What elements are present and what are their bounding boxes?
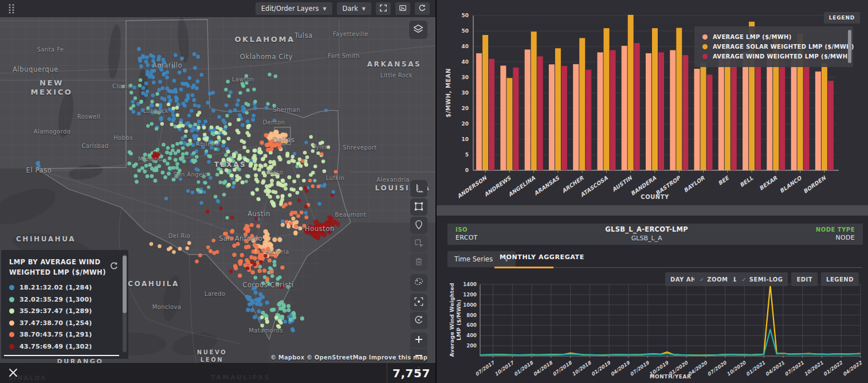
polygon-select-tool-button[interactable] bbox=[410, 198, 427, 216]
map-toolbar: Edit/Order Layers ▼ Dark ▼ bbox=[0, 0, 435, 17]
layers-panel-button[interactable] bbox=[409, 21, 427, 39]
iso-label: ISO bbox=[455, 226, 478, 234]
export-image-button[interactable] bbox=[395, 2, 410, 15]
svg-text:BORDEN: BORDEN bbox=[802, 174, 827, 194]
map-panel[interactable]: NEW MEXICOOKLAHOMAARKANSASTEXASLOUISIANA… bbox=[0, 0, 435, 383]
svg-text:0: 0 bbox=[465, 167, 469, 173]
map-footer: 7,757 bbox=[0, 363, 435, 383]
edit-order-layers-label: Edit/Order Layers bbox=[261, 5, 319, 13]
legend-series-label: AVERAGE SOLAR WEIGHTED LMP ($/MWH) bbox=[713, 44, 854, 50]
point-tool-button[interactable] bbox=[410, 217, 427, 234]
layers-icon bbox=[412, 23, 425, 37]
tab-monthly-aggregate[interactable]: MONTHLY AGGREGATE bbox=[500, 253, 584, 261]
node-type-block: NODE TYPE NODE bbox=[816, 226, 855, 242]
edit-order-layers-button[interactable]: Edit/Order Layers ▼ bbox=[256, 2, 332, 15]
refresh-button[interactable] bbox=[415, 2, 430, 15]
svg-text:20: 20 bbox=[461, 105, 469, 111]
legend-scrollbar-thumb[interactable] bbox=[123, 256, 127, 313]
edit-button[interactable]: EDIT bbox=[791, 272, 818, 286]
edit-polygon-tool-button[interactable] bbox=[410, 235, 427, 252]
refresh-icon bbox=[418, 4, 426, 14]
iso-block: ISO ERCOT bbox=[455, 226, 478, 242]
legend-color-dot bbox=[9, 297, 14, 302]
bar-legend-button[interactable]: LEGEND bbox=[824, 12, 860, 24]
zoom-toggle-label: ZOOM bbox=[707, 276, 728, 283]
lasso-tool-button[interactable] bbox=[410, 274, 427, 291]
close-button[interactable] bbox=[7, 367, 19, 380]
legend-divider bbox=[4, 355, 119, 356]
legend-bin-label: 35.29:37.47 (1,289) bbox=[19, 307, 92, 315]
map-attribution[interactable]: © Mapbox © OpenStreetMap Improve this ma… bbox=[270, 354, 427, 361]
drag-handle-icon[interactable] bbox=[7, 3, 16, 14]
svg-text:5: 5 bbox=[465, 152, 469, 158]
svg-text:ANDERSON: ANDERSON bbox=[456, 174, 488, 200]
svg-text:07/2018: 07/2018 bbox=[551, 359, 573, 377]
semilog-toggle-label: SEMI-LOG bbox=[749, 276, 783, 283]
map-legend-panel: LMP BY AVERAGE WIND WEIGHTED LMP ($/MWH)… bbox=[1, 250, 128, 359]
focus-icon bbox=[413, 296, 425, 309]
legend-series-label: AVERAGE LMP ($/MWH) bbox=[713, 34, 792, 40]
legend-color-dot bbox=[702, 54, 708, 59]
ruler-tool-button[interactable] bbox=[410, 180, 427, 197]
bar-legend-rows: AVERAGE LMP ($/MWH)AVERAGE SOLAR WEIGHTE… bbox=[702, 32, 844, 61]
svg-text:10/2020: 10/2020 bbox=[725, 359, 747, 377]
svg-text:20: 20 bbox=[461, 121, 469, 127]
svg-text:COUNTY: COUNTY bbox=[641, 194, 669, 200]
svg-text:1400: 1400 bbox=[463, 282, 477, 287]
svg-text:50: 50 bbox=[461, 28, 469, 34]
legend-scrollbar[interactable] bbox=[123, 255, 127, 352]
legend-bin-label: 37.47:38.70 (1,254) bbox=[19, 319, 92, 327]
svg-text:BAYLOR: BAYLOR bbox=[682, 174, 706, 193]
basemap-style-button[interactable]: Dark ▼ bbox=[337, 2, 371, 15]
map-legend-item: 35.29:37.47 (1,289) bbox=[9, 306, 116, 318]
reset-bearing-button[interactable] bbox=[410, 312, 427, 329]
svg-text:10/2017: 10/2017 bbox=[493, 359, 515, 377]
svg-text:30: 30 bbox=[461, 90, 469, 96]
plus-icon bbox=[414, 335, 423, 346]
edit-label: EDIT bbox=[796, 276, 812, 283]
trash-icon bbox=[414, 256, 424, 268]
node-subtitle: GLSB_L_A bbox=[605, 235, 688, 243]
delete-tool-button[interactable] bbox=[410, 253, 427, 271]
svg-text:04/2019: 04/2019 bbox=[610, 359, 631, 377]
svg-text:800: 800 bbox=[466, 312, 477, 318]
legend-refresh-button[interactable] bbox=[109, 261, 119, 272]
semilog-toggle-button[interactable]: ✓ SEMI-LOG bbox=[736, 272, 788, 286]
svg-text:50: 50 bbox=[461, 13, 469, 18]
legend-bin-label: 38.70:43.75 (1,291) bbox=[19, 331, 92, 338]
svg-text:BEE: BEE bbox=[717, 174, 730, 186]
zoom-toggle-button[interactable]: ✓ ZOOM bbox=[694, 272, 733, 286]
svg-text:07/2017: 07/2017 bbox=[474, 359, 496, 377]
svg-text:ANGELINA: ANGELINA bbox=[507, 174, 536, 198]
rotate-view-icon bbox=[413, 314, 425, 327]
dashboard: NEW MEXICOOKLAHOMAARKANSASTEXASLOUISIANA… bbox=[0, 0, 868, 383]
iso-value: ERCOT bbox=[455, 234, 478, 243]
svg-text:BASTROP: BASTROP bbox=[654, 174, 682, 196]
svg-text:04/2022: 04/2022 bbox=[842, 359, 863, 377]
bar-legend-panel: AVERAGE LMP ($/MWH)AVERAGE SOLAR WEIGHTE… bbox=[694, 26, 853, 67]
panel-divider bbox=[437, 205, 868, 216]
svg-text:BEXAR: BEXAR bbox=[758, 174, 779, 192]
bar-legend-item: AVERAGE WIND WEIGHTED LMP ($/MWH) bbox=[702, 52, 844, 61]
legend-bin-label: 18.21:32.02 (1,284) bbox=[19, 284, 92, 291]
node-title-block: GLSB_L_A-ERCOT-LMP GLSB_L_A bbox=[605, 225, 688, 243]
legend-bin-label: 43.75:69.49 (1,302) bbox=[19, 343, 92, 350]
svg-text:04/2018: 04/2018 bbox=[532, 359, 554, 377]
svg-text:04/2021: 04/2021 bbox=[764, 359, 785, 377]
svg-text:07/2019: 07/2019 bbox=[629, 359, 650, 377]
fullscreen-button[interactable] bbox=[376, 2, 391, 15]
legend-color-dot bbox=[9, 344, 14, 349]
line-legend-button[interactable]: LEGEND bbox=[821, 272, 859, 286]
legend-bin-label: 32.02:35.29 (1,300) bbox=[19, 296, 92, 303]
bar-legend-scrollbar-thumb[interactable] bbox=[848, 30, 851, 63]
chevron-down-icon: ▼ bbox=[362, 6, 366, 11]
zoom-in-button[interactable] bbox=[410, 333, 427, 348]
node-detail-panel: 200400600800100012001400Average Wind Wei… bbox=[437, 216, 868, 383]
map-legend-item: 32.02:35.29 (1,300) bbox=[9, 294, 116, 306]
recenter-button[interactable] bbox=[410, 294, 427, 311]
tab-baseline bbox=[553, 267, 862, 268]
svg-text:MONTH/YEAR: MONTH/YEAR bbox=[650, 374, 692, 380]
ruler-icon bbox=[413, 182, 425, 196]
time-series-dropdown-label: Time Series bbox=[454, 255, 493, 263]
map-legend-item: 38.70:43.75 (1,291) bbox=[9, 329, 116, 341]
